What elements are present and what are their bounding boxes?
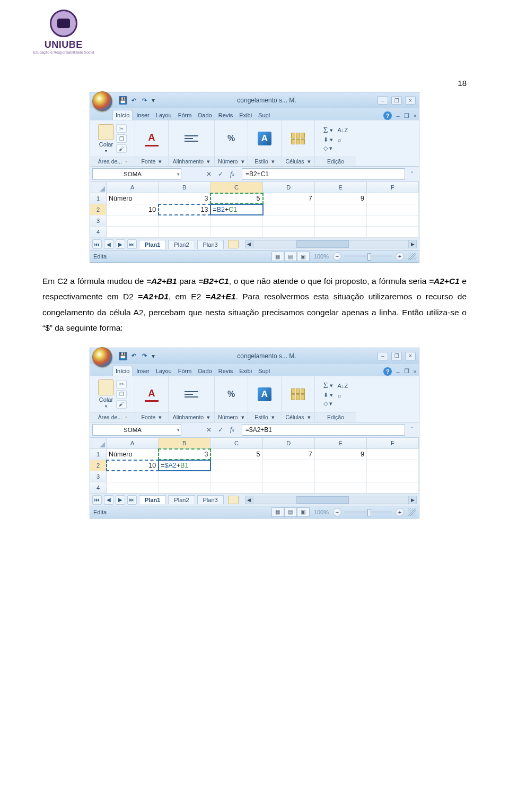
cell[interactable]: 10 [107,460,159,471]
cell[interactable] [159,482,210,493]
cell[interactable] [367,227,419,237]
fill-icon[interactable]: ⬇ [323,392,328,399]
help-icon[interactable]: ? [383,111,392,120]
fill-icon[interactable]: ⬇ [323,136,328,143]
save-icon[interactable]: 💾 [119,352,127,360]
minimize-button[interactable]: – [378,352,388,360]
cell[interactable] [159,471,210,482]
sheet-nav-button[interactable]: ⏮ [92,239,102,249]
ribbon-tab[interactable]: Exibi [236,110,254,120]
sort-icon[interactable]: A↓Z [338,383,348,389]
cell[interactable] [367,204,419,215]
zoom-slider[interactable]: − + [333,508,404,516]
enter-edit-icon[interactable]: ✓ [215,425,226,435]
insert-cells-icon[interactable] [291,133,305,144]
sheet-tab[interactable]: Plan2 [168,495,195,504]
cell[interactable] [210,227,262,237]
page-layout-view-icon[interactable]: ▤ [284,252,297,261]
cell[interactable] [315,227,367,237]
autosum-icon[interactable]: Σ [323,381,328,390]
cell[interactable] [263,215,315,226]
page-layout-view-icon[interactable]: ▤ [284,507,297,517]
percent-icon[interactable]: % [227,390,235,399]
horizontal-scrollbar[interactable]: ◀▶ [245,496,417,504]
align-icon[interactable] [183,387,199,401]
cell[interactable] [367,482,419,493]
sheet-nav-button[interactable]: ⏮ [92,495,102,505]
ribbon-tab[interactable]: Supl [256,110,273,120]
cell[interactable]: =$A2+B1 [159,460,210,471]
cell[interactable]: 9 [315,449,367,460]
find-icon[interactable]: ⌕ [338,392,341,399]
cell[interactable]: 7 [263,193,315,204]
office-button-icon[interactable] [92,347,112,367]
cell[interactable] [159,227,210,237]
font-color-icon[interactable]: A [145,131,159,146]
sheet-tab[interactable]: Plan1 [139,495,166,504]
redo-icon[interactable]: ↷ [140,96,148,105]
sheet-tab[interactable]: Plan2 [168,240,195,249]
percent-icon[interactable]: % [227,134,235,143]
resize-grip-icon[interactable] [408,253,416,260]
cell-styles-icon[interactable]: A [258,387,271,401]
zoom-out-icon[interactable]: − [333,508,341,516]
cell[interactable] [263,204,315,215]
formula-input[interactable]: =B2+C1 [242,168,405,180]
name-box[interactable]: SOMA▾ [92,168,181,180]
doc-minimize-icon[interactable]: – [396,113,399,119]
paste-button[interactable]: Colar▾ [98,379,114,409]
sheet-nav-button[interactable]: ⏭ [127,239,137,249]
zoom-slider[interactable]: − + [333,252,404,261]
cell[interactable] [159,215,210,226]
cell[interactable]: 13 [159,204,210,215]
undo-icon[interactable]: ↶ [129,352,138,360]
cell[interactable] [367,193,419,204]
new-sheet-icon[interactable] [228,240,239,248]
cell[interactable] [315,204,367,215]
dialog-launcher-icon[interactable]: ▫ [125,159,127,164]
column-header[interactable]: F [367,182,419,193]
help-icon[interactable]: ? [383,367,392,376]
sheet-nav-button[interactable]: ◀ [104,239,113,249]
row-header[interactable]: 1 [90,193,107,204]
cell[interactable] [315,471,367,482]
save-icon[interactable]: 💾 [119,96,127,105]
name-box[interactable]: SOMA▾ [92,424,181,436]
doc-restore-icon[interactable]: ❐ [404,113,409,119]
cell[interactable] [210,460,262,471]
doc-minimize-icon[interactable]: – [396,368,399,375]
ribbon-tab[interactable]: Exibi [236,366,254,376]
new-sheet-icon[interactable] [228,496,239,504]
namebox-dropdown-icon[interactable]: ▾ [177,171,180,177]
sheet-nav-button[interactable]: ▶ [116,239,125,249]
cell[interactable] [210,482,262,493]
normal-view-icon[interactable]: ▦ [271,252,284,261]
column-header[interactable]: A [107,438,159,448]
cell[interactable] [367,460,419,471]
zoom-in-icon[interactable]: + [396,508,404,516]
worksheet-grid[interactable]: ABCDEF1Número357921013=B2+C134 [90,182,419,238]
column-header[interactable]: A [107,182,159,193]
column-header[interactable]: D [263,438,315,448]
row-header[interactable]: 4 [90,227,107,237]
undo-icon[interactable]: ↶ [129,96,138,105]
column-header[interactable]: E [315,438,367,448]
office-button-icon[interactable] [92,91,112,111]
cell[interactable]: 7 [263,449,315,460]
cell[interactable] [107,482,159,493]
ribbon-tab[interactable]: Dad​o [195,366,214,376]
column-header[interactable]: B [159,182,210,193]
column-header[interactable]: F [367,438,419,448]
cell[interactable]: Número [107,449,159,460]
minimize-button[interactable]: – [378,96,388,105]
select-all-corner[interactable] [90,182,107,193]
row-header[interactable]: 2 [90,460,107,471]
autosum-icon[interactable]: Σ [323,126,328,135]
align-icon[interactable] [183,132,199,145]
column-header[interactable]: E [315,182,367,193]
cancel-edit-icon[interactable]: ✕ [204,169,214,179]
doc-close-icon[interactable]: × [414,368,417,375]
ribbon-tab[interactable]: Dad​o [195,110,214,120]
find-icon[interactable]: ⌕ [338,136,341,143]
cut-icon[interactable]: ✂ [116,124,127,133]
